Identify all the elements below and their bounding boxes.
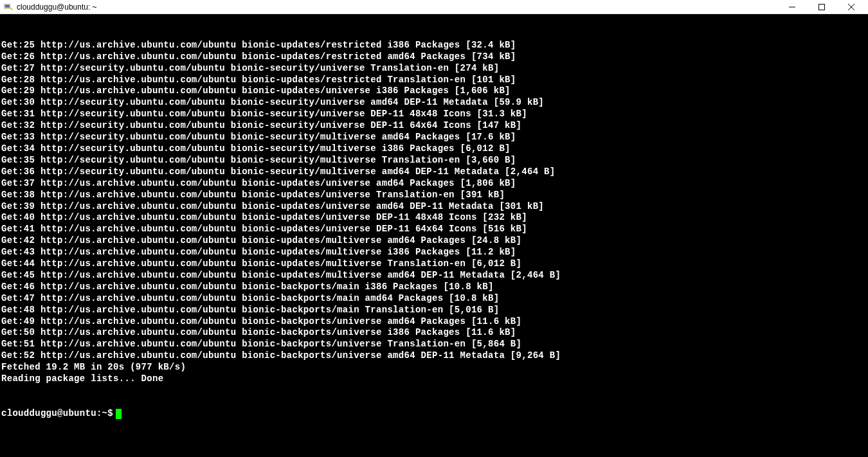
window-title: cloudduggu@ubuntu: ~: [17, 3, 783, 12]
terminal-output-line: Get:29 http://us.archive.ubuntu.com/ubun…: [1, 85, 867, 97]
terminal-output-line: Get:47 http://us.archive.ubuntu.com/ubun…: [1, 293, 867, 305]
minimize-button[interactable]: [783, 1, 801, 13]
terminal-output-line: Get:44 http://us.archive.ubuntu.com/ubun…: [1, 258, 867, 270]
terminal-output-line: Get:49 http://us.archive.ubuntu.com/ubun…: [1, 316, 867, 328]
putty-icon: [4, 3, 13, 12]
terminal-output-line: Get:34 http://security.ubuntu.com/ubuntu…: [1, 143, 867, 155]
terminal-output-line: Get:35 http://security.ubuntu.com/ubuntu…: [1, 155, 867, 166]
close-button[interactable]: [842, 1, 860, 13]
terminal-output-line: Fetched 19.2 MB in 20s (977 kB/s): [1, 362, 867, 373]
window-titlebar: cloudduggu@ubuntu: ~: [0, 0, 868, 14]
terminal-output-line: Get:40 http://us.archive.ubuntu.com/ubun…: [1, 212, 867, 224]
maximize-button[interactable]: [813, 1, 831, 13]
terminal-output-line: Get:42 http://us.archive.ubuntu.com/ubun…: [1, 235, 867, 247]
svg-point-3: [11, 8, 12, 10]
terminal-output-line: Get:50 http://us.archive.ubuntu.com/ubun…: [1, 327, 867, 339]
svg-rect-1: [5, 4, 10, 7]
terminal-output-line: Get:41 http://us.archive.ubuntu.com/ubun…: [1, 224, 867, 235]
terminal-area[interactable]: Get:25 http://us.archive.ubuntu.com/ubun…: [0, 14, 868, 457]
window-controls: [783, 1, 864, 13]
terminal-output-line: Get:25 http://us.archive.ubuntu.com/ubun…: [1, 40, 867, 51]
terminal-output-line: Get:32 http://security.ubuntu.com/ubuntu…: [1, 120, 867, 132]
terminal-output-line: Get:37 http://us.archive.ubuntu.com/ubun…: [1, 178, 867, 190]
terminal-output-line: Get:26 http://us.archive.ubuntu.com/ubun…: [1, 51, 867, 63]
terminal-output-line: Get:27 http://security.ubuntu.com/ubuntu…: [1, 63, 867, 75]
cursor: [116, 409, 122, 419]
terminal-output-line: Get:31 http://security.ubuntu.com/ubuntu…: [1, 109, 867, 120]
terminal-output-line: Get:52 http://us.archive.ubuntu.com/ubun…: [1, 350, 867, 362]
svg-rect-5: [819, 4, 825, 10]
shell-prompt: cloudduggu@ubuntu:~$: [1, 408, 113, 420]
terminal-output-line: Get:45 http://us.archive.ubuntu.com/ubun…: [1, 270, 867, 282]
prompt-line: cloudduggu@ubuntu:~$: [1, 408, 867, 420]
terminal-output-line: Reading package lists... Done: [1, 373, 867, 385]
terminal-output-line: Get:43 http://us.archive.ubuntu.com/ubun…: [1, 247, 867, 258]
terminal-output-line: Get:33 http://security.ubuntu.com/ubuntu…: [1, 132, 867, 143]
terminal-output-line: Get:46 http://us.archive.ubuntu.com/ubun…: [1, 282, 867, 293]
terminal-output-line: Get:48 http://us.archive.ubuntu.com/ubun…: [1, 305, 867, 316]
terminal-output-line: Get:36 http://security.ubuntu.com/ubuntu…: [1, 166, 867, 178]
terminal-output-line: Get:30 http://security.ubuntu.com/ubuntu…: [1, 97, 867, 109]
terminal-output-line: Get:51 http://us.archive.ubuntu.com/ubun…: [1, 339, 867, 350]
terminal-output-line: Get:28 http://us.archive.ubuntu.com/ubun…: [1, 75, 867, 86]
terminal-output-line: Get:39 http://us.archive.ubuntu.com/ubun…: [1, 201, 867, 213]
terminal-output-line: Get:38 http://us.archive.ubuntu.com/ubun…: [1, 190, 867, 201]
